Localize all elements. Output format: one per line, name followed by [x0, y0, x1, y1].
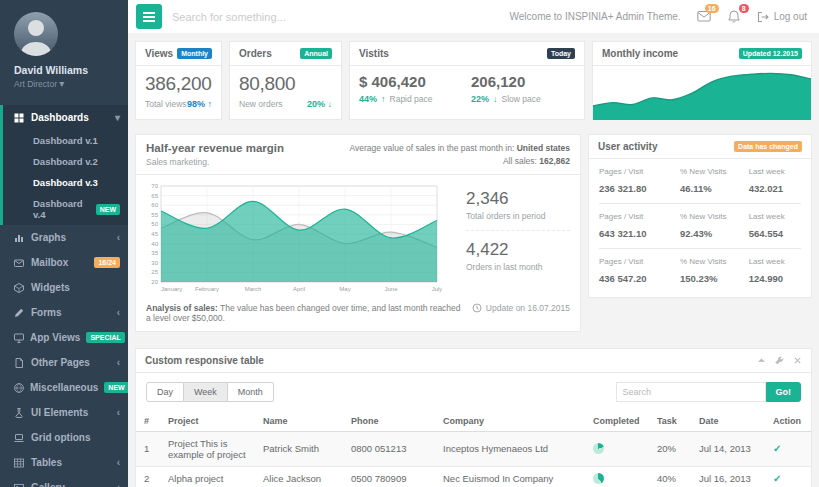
svg-text:60: 60 — [151, 202, 158, 208]
sidebar-item-dashboard-v1[interactable]: Dashboard v.1 — [3, 130, 128, 151]
completion-pie-icon — [593, 443, 604, 454]
user-role-dropdown[interactable]: Art Director ▾ — [14, 79, 118, 89]
svg-text:March: March — [245, 286, 262, 292]
messages-count-badge: 16 — [705, 4, 719, 13]
chevron-up-icon — [757, 356, 766, 365]
clock-icon — [472, 303, 482, 313]
svg-text:25: 25 — [151, 269, 158, 275]
user-role-label: Art Director — [14, 79, 57, 89]
svg-text:50: 50 — [151, 221, 158, 227]
update-info: Update on 16.07.2015 — [472, 303, 570, 313]
dashboards-icon — [14, 113, 25, 123]
sidebar-toggle-button[interactable] — [136, 4, 162, 29]
sidebar-item-gallery[interactable]: Gallery ‹ — [0, 475, 128, 487]
new-badge: NEW — [96, 204, 120, 215]
svg-text:65: 65 — [151, 192, 158, 198]
nav-group-dashboards: Dashboards ▾ Dashboard v.1 Dashboard v.2… — [0, 105, 128, 225]
avatar[interactable] — [14, 12, 58, 56]
caret-down-icon: ▾ — [59, 78, 64, 89]
sidebar-item-graphs[interactable]: Graphs ‹ — [0, 225, 128, 250]
card-title: Vistits — [359, 48, 389, 59]
column-header[interactable]: Company — [435, 411, 585, 432]
content-area: Welcome to INSPINIA+ Admin Theme. 16 8 L… — [128, 0, 819, 487]
sidebar-item-dashboard-v4[interactable]: Dashboard v.4 NEW — [3, 193, 128, 225]
last-month-orders-value: 4,422 — [466, 240, 570, 260]
sidebar: David Williams Art Director ▾ Dashboards… — [0, 0, 128, 487]
sidebar-item-other-pages[interactable]: Other Pages ‹ — [0, 350, 128, 375]
annual-badge: Annual — [300, 48, 332, 59]
today-badge: Today — [547, 48, 575, 59]
search-go-button[interactable]: Go! — [766, 382, 802, 402]
last-month-orders-label: Orders in last month — [466, 262, 570, 272]
sidebar-item-ui-elements[interactable]: UI Elements ‹ — [0, 400, 128, 425]
sidebar-item-tables[interactable]: Tables ‹ — [0, 450, 128, 475]
stat-cards-row: Views Monthly 386,200 Total views 98% ↑ … — [135, 41, 812, 120]
card-title: Views — [145, 48, 173, 59]
check-icon[interactable]: ✓ — [773, 473, 781, 484]
chevron-left-icon: ‹ — [117, 408, 120, 418]
orders-label: New orders — [239, 99, 282, 109]
table-toolbar: Day Week Month Go! — [136, 373, 811, 411]
welcome-text: Welcome to INSPINIA+ Admin Theme. — [510, 11, 681, 22]
column-header[interactable]: Task — [649, 411, 691, 432]
settings-button[interactable] — [775, 356, 784, 365]
svg-text:40: 40 — [151, 240, 158, 246]
sidebar-item-dashboards[interactable]: Dashboards ▾ — [3, 105, 128, 130]
flask-icon — [14, 408, 25, 418]
notifications-button[interactable]: 8 — [727, 10, 741, 23]
sidebar-item-forms[interactable]: Forms ‹ — [0, 300, 128, 325]
svg-text:55: 55 — [151, 211, 158, 217]
views-label: Total views — [145, 99, 187, 109]
main-content: Views Monthly 386,200 Total views 98% ↑ … — [128, 33, 819, 487]
column-header[interactable]: Phone — [343, 411, 435, 432]
visits-left-column: $ 406,420 44% ↑ Rapid pace — [359, 73, 463, 104]
table-row: 2 Alpha project Alice Jackson 0500 78090… — [136, 466, 811, 487]
column-header[interactable]: Completed — [585, 411, 649, 432]
logout-button[interactable]: Log out — [757, 11, 807, 23]
close-button[interactable] — [793, 356, 802, 365]
column-header[interactable]: Action — [765, 411, 811, 432]
chevron-left-icon: ‹ — [117, 308, 120, 318]
column-header[interactable]: Project — [160, 411, 255, 432]
sidebar-item-widgets[interactable]: Widgets — [0, 275, 128, 300]
chevron-down-icon: ▾ — [115, 113, 120, 123]
filter-week-button[interactable]: Week — [184, 382, 228, 402]
svg-text:45: 45 — [151, 231, 158, 237]
views-percent: 98% ↑ — [187, 99, 212, 109]
top-header: Welcome to INSPINIA+ Admin Theme. 16 8 L… — [128, 0, 819, 33]
revenue-chart: 2025303540455055606570JanuaryFebruaryMar… — [144, 181, 442, 295]
activity-row: Pages / Visit % New Visits Last week 236… — [599, 159, 801, 204]
sidebar-item-miscellaneous[interactable]: Miscellaneous NEW — [0, 375, 128, 400]
column-header[interactable]: Name — [255, 411, 343, 432]
search-input[interactable] — [172, 11, 412, 23]
new-badge: NEW — [104, 382, 128, 393]
data-changed-badge: Data has changed — [734, 141, 802, 152]
column-header[interactable]: # — [136, 411, 160, 432]
messages-button[interactable]: 16 — [697, 10, 711, 23]
sidebar-item-grid-options[interactable]: Grid options — [0, 425, 128, 450]
filter-day-button[interactable]: Day — [146, 382, 184, 402]
total-orders-value: 2,346 — [466, 189, 570, 209]
globe-icon — [14, 383, 24, 393]
alerts-count-badge: 8 — [739, 4, 749, 13]
sidebar-item-dashboard-v2[interactable]: Dashboard v.2 — [3, 151, 128, 172]
visits-right-label: Slow pace — [502, 94, 541, 104]
total-orders-label: Total orders in period — [466, 211, 570, 221]
collapse-button[interactable] — [757, 356, 766, 365]
table-search-input[interactable] — [616, 382, 766, 402]
card-title: Monthly income — [602, 48, 678, 59]
svg-text:May: May — [339, 286, 350, 292]
divider — [466, 230, 570, 231]
column-header[interactable]: Date — [691, 411, 765, 432]
sidebar-item-app-views[interactable]: App Views SPECIAL — [0, 325, 128, 350]
check-icon[interactable]: ✓ — [773, 443, 781, 454]
svg-text:30: 30 — [151, 259, 158, 265]
envelope-icon — [14, 258, 25, 268]
sidebar-item-dashboard-v3[interactable]: Dashboard v.3 — [3, 172, 128, 193]
filter-month-button[interactable]: Month — [228, 382, 274, 402]
panel-title: Half-year revenue margin — [146, 142, 284, 154]
table-row: 1 Project This is example of project Pat… — [136, 431, 811, 466]
analysis-text: Analysis of sales: The value has been ch… — [146, 303, 462, 323]
sidebar-item-mailbox[interactable]: Mailbox 16/24 — [0, 250, 128, 275]
visits-left-label: Rapid pace — [390, 94, 433, 104]
